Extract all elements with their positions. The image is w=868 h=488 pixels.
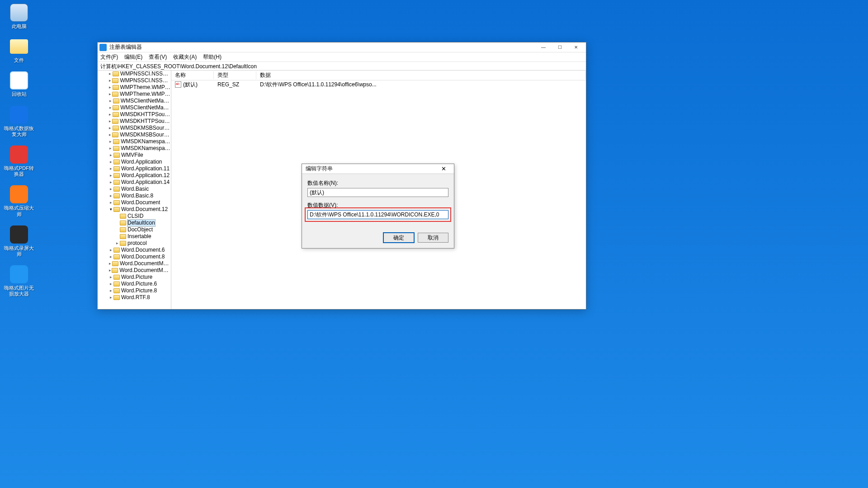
- expand-icon[interactable]: [108, 287, 113, 294]
- expand-icon[interactable]: [108, 267, 111, 274]
- tree-item[interactable]: WMPTheme.WMPSkinMngr.1: [98, 91, 171, 98]
- tree-item[interactable]: WMSDKHTTPSourcePlugin: [98, 111, 171, 118]
- tree-item[interactable]: WMPTheme.WMPSkinMngr: [98, 84, 171, 91]
- tree-item[interactable]: Word.Application.11: [98, 165, 171, 172]
- col-type[interactable]: 类型: [214, 71, 256, 79]
- tree-item[interactable]: WMSDKNamespace.1: [98, 138, 171, 145]
- expand-icon[interactable]: [108, 98, 113, 104]
- tree-item[interactable]: Word.Picture: [98, 274, 171, 281]
- folder-icon: [120, 234, 126, 239]
- expand-icon[interactable]: [108, 165, 113, 172]
- col-name[interactable]: 名称: [171, 71, 214, 79]
- close-button[interactable]: ✕: [568, 43, 584, 52]
- maximize-button[interactable]: ☐: [552, 43, 568, 52]
- expand-icon[interactable]: [108, 281, 113, 287]
- desktop-icon-files[interactable]: 文件: [4, 38, 34, 63]
- expand-icon[interactable]: [108, 186, 113, 192]
- expand-icon[interactable]: [108, 91, 112, 98]
- minimize-button[interactable]: —: [535, 43, 552, 52]
- value-data-input[interactable]: [307, 210, 448, 219]
- expand-icon[interactable]: [108, 206, 113, 213]
- dialog-close-button[interactable]: ✕: [437, 165, 450, 172]
- tree-item[interactable]: WMPNSSCI.NSSManager: [98, 70, 171, 77]
- menu-item[interactable]: 查看(V): [149, 53, 167, 61]
- tree-item[interactable]: Word.Document: [98, 199, 171, 206]
- menu-item[interactable]: 文件(F): [100, 53, 118, 61]
- expand-icon[interactable]: [108, 152, 113, 159]
- col-data[interactable]: 数据: [256, 71, 586, 79]
- address-bar[interactable]: 计算机\HKEY_CLASSES_ROOT\Word.Document.12\D…: [98, 61, 586, 70]
- expand-icon[interactable]: [115, 240, 119, 247]
- window-title: 注册表编辑器: [109, 43, 535, 51]
- tree-item[interactable]: WMSClientNetManager: [98, 98, 171, 104]
- desktop-icon-recycle[interactable]: 回收站: [4, 71, 34, 97]
- tree-item[interactable]: Word.DocumentMacroEnabled: [98, 260, 171, 267]
- expand-icon[interactable]: [108, 179, 113, 186]
- tree-item[interactable]: Word.Picture.8: [98, 287, 171, 294]
- expand-icon[interactable]: [108, 77, 112, 84]
- expand-icon[interactable]: [108, 199, 113, 206]
- menu-bar: 文件(F)编辑(E)查看(V)收藏夹(A)帮助(H): [98, 52, 586, 61]
- tree-item[interactable]: Word.Application: [98, 159, 171, 165]
- expand-icon[interactable]: [108, 253, 113, 260]
- expand-icon[interactable]: [108, 260, 112, 267]
- value-name-input[interactable]: [307, 188, 448, 197]
- tree-item[interactable]: CLSID: [98, 213, 171, 220]
- desktop-icon-compress[interactable]: 嗨格式压缩大师: [4, 185, 34, 217]
- tree-item-label: WMSClientNetManager.1: [120, 104, 171, 111]
- value-row[interactable]: (默认) REG_SZ D:\软件\WPS Office\11.1.0.1129…: [171, 80, 586, 89]
- tree-item[interactable]: Word.Document.8: [98, 253, 171, 260]
- column-headers[interactable]: 名称 类型 数据: [171, 70, 586, 80]
- expand-icon[interactable]: [108, 84, 112, 91]
- menu-item[interactable]: 帮助(H): [203, 53, 222, 61]
- tree-item[interactable]: Word.Basic: [98, 186, 171, 192]
- tree-item[interactable]: DefaultIcon: [98, 220, 171, 226]
- title-bar[interactable]: 注册表编辑器 — ☐ ✕: [98, 42, 586, 52]
- tree-item[interactable]: Word.Application.14: [98, 179, 171, 186]
- tree-item[interactable]: WMSDKMSBSourcePlugin: [98, 125, 171, 131]
- expand-icon[interactable]: [108, 192, 113, 199]
- tree-item[interactable]: DocObject: [98, 226, 171, 233]
- folder-icon: [113, 200, 120, 205]
- expand-icon[interactable]: [108, 274, 113, 281]
- tree-item[interactable]: Word.Picture.6: [98, 281, 171, 287]
- tree-item[interactable]: WMPNSSCI.NSSManager.1: [98, 77, 171, 84]
- tree-item[interactable]: Word.Basic.8: [98, 192, 171, 199]
- menu-item[interactable]: 编辑(E): [124, 53, 142, 61]
- expand-icon[interactable]: [108, 104, 112, 111]
- tree-item[interactable]: WMSDKMSBSourcePlugin.1: [98, 131, 171, 138]
- tree-item[interactable]: protocol: [98, 240, 171, 247]
- tree-item[interactable]: Word.DocumentMacroEnabled.12: [98, 267, 171, 274]
- dialog-titlebar[interactable]: 编辑字符串 ✕: [302, 164, 454, 174]
- ok-button[interactable]: 确定: [383, 233, 414, 243]
- tree-item[interactable]: WMVFile: [98, 152, 171, 159]
- expand-icon[interactable]: [108, 247, 113, 253]
- folder-icon: [113, 295, 120, 300]
- expand-icon[interactable]: [108, 111, 112, 118]
- expand-icon[interactable]: [108, 131, 112, 138]
- cancel-button[interactable]: 取消: [418, 233, 448, 243]
- registry-tree[interactable]: WMPNSSCI.NSSManagerWMPNSSCI.NSSManager.1…: [98, 70, 171, 309]
- expand-icon[interactable]: [108, 172, 113, 179]
- expand-icon[interactable]: [108, 159, 113, 165]
- tree-item[interactable]: WMSClientNetManager.1: [98, 104, 171, 111]
- menu-item[interactable]: 收藏夹(A): [173, 53, 197, 61]
- desktop-icon-recovery[interactable]: 嗨格式数据恢复大师: [4, 106, 34, 137]
- expand-icon[interactable]: [108, 125, 112, 131]
- expand-icon[interactable]: [108, 145, 113, 152]
- tree-item[interactable]: WMSDKNamespace.2: [98, 145, 171, 152]
- expand-icon[interactable]: [108, 70, 112, 77]
- tree-item[interactable]: WMSDKHTTPSourcePlugin.1: [98, 118, 171, 125]
- expand-icon[interactable]: [108, 138, 113, 145]
- tree-item[interactable]: Word.Document.6: [98, 247, 171, 253]
- tree-item[interactable]: Word.Application.12: [98, 172, 171, 179]
- expand-icon[interactable]: [108, 118, 112, 125]
- tree-item[interactable]: Insertable: [98, 233, 171, 240]
- desktop-icon-this-pc[interactable]: 此电脑: [4, 4, 34, 29]
- desktop-icon-pdf[interactable]: 嗨格式PDF转换器: [4, 145, 34, 177]
- desktop-icon-image[interactable]: 嗨格式图片无损放大器: [4, 265, 34, 297]
- tree-item[interactable]: Word.RTF.8: [98, 294, 171, 301]
- tree-item[interactable]: Word.Document.12: [98, 206, 171, 213]
- desktop-icon-screenrec[interactable]: 嗨格式录屏大师: [4, 225, 34, 257]
- expand-icon[interactable]: [108, 294, 113, 301]
